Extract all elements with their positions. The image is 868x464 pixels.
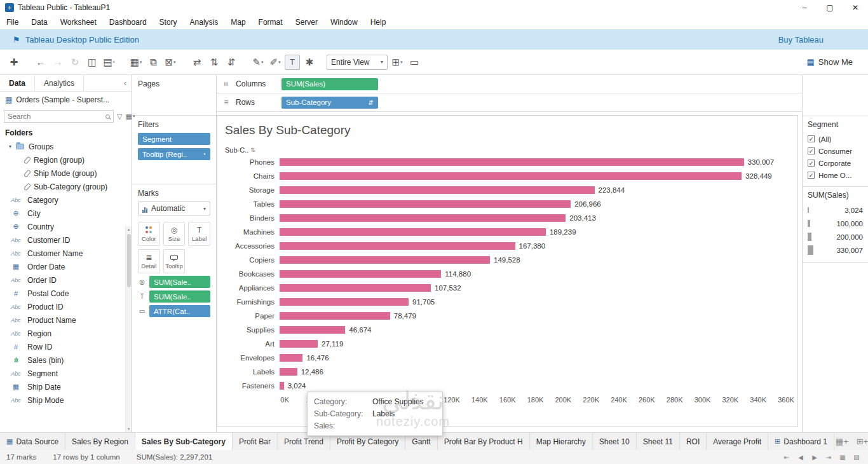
tab-analytics[interactable]: Analytics [35, 75, 84, 91]
prev-sheet-button[interactable]: ◀ [796, 452, 806, 462]
menu-format[interactable]: Format [259, 18, 283, 27]
sheet-tab-dashboard-1[interactable]: ⊞Dashboard 1 [768, 433, 834, 450]
new-worksheet-button[interactable]: ▦▾ [128, 55, 144, 70]
scroll-down-icon[interactable]: ▾ [128, 426, 130, 432]
field-segment[interactable]: AbcSegment [0, 367, 124, 380]
field-ship-date[interactable]: ▦Ship Date [0, 380, 124, 393]
segment-option-corporate[interactable]: ✓Corporate [808, 157, 863, 169]
datasource-item[interactable]: ▦ Orders (Sample - Superst... [0, 92, 132, 108]
folder-groups[interactable]: ▾ Groups [0, 140, 124, 153]
bar[interactable] [280, 228, 546, 236]
bar[interactable] [280, 382, 284, 390]
bar-row-envelopes[interactable]: Envelopes16,476 [225, 351, 786, 365]
sheet-tab-profit-bar-by-product-h[interactable]: Profit Bar By Product H [438, 433, 530, 450]
sheet-tab-sheet-10[interactable]: Sheet 10 [593, 433, 637, 450]
pill-sum-sale[interactable]: SUM(Sale.. [149, 290, 210, 303]
menu-data[interactable]: Data [31, 18, 47, 27]
segment-option-consumer[interactable]: ✓Consumer [808, 145, 863, 157]
new-datasource-button[interactable]: ▤+ [102, 55, 117, 70]
menu-file[interactable]: File [6, 18, 18, 27]
sheet-tab-map-hierarchy[interactable]: Map Hierarchy [530, 433, 593, 450]
marks-card[interactable]: Marks Automatic ▾ Color ◎ Size T [132, 184, 216, 432]
bar[interactable] [280, 186, 595, 194]
size-legend-card[interactable]: SUM(Sales) 3,024100,000200,000330,007 [803, 186, 868, 263]
pill-attr-cat[interactable]: ATTR(Cat.. [149, 305, 210, 317]
menu-story[interactable]: Story [159, 18, 177, 27]
menu-server[interactable]: Server [295, 18, 318, 27]
size-button[interactable]: ◎ Size [163, 222, 186, 246]
bar-row-supplies[interactable]: Supplies46,674 [225, 323, 786, 337]
sheet-tab-sheet-11[interactable]: Sheet 11 [637, 433, 680, 450]
redo-button[interactable]: → [50, 55, 65, 70]
field-product-id[interactable]: AbcProduct ID [0, 300, 124, 313]
field-order-date[interactable]: ▦Order Date [0, 260, 124, 273]
checkbox[interactable]: ✓ [808, 172, 815, 179]
field-category[interactable]: AbcCategory [0, 193, 124, 207]
bar-row-fasteners[interactable]: Fasteners3,024 [225, 379, 786, 393]
sheet-tab-roi[interactable]: ROI [680, 433, 707, 450]
bar[interactable] [280, 284, 431, 292]
group-item-ship-mode-group[interactable]: Ship Mode (group) [0, 167, 124, 180]
maximize-button[interactable]: ▢ [817, 0, 843, 15]
minimize-button[interactable]: – [792, 0, 817, 15]
scrollbar-thumb[interactable] [127, 234, 131, 287]
new-dashboard-button[interactable]: ⊞+ [855, 434, 868, 449]
bar[interactable] [280, 298, 409, 306]
folders-header[interactable]: Folders [0, 125, 132, 140]
field-city[interactable]: ⊕City [0, 207, 124, 220]
rows-shelf[interactable]: ≡ Rows Sub-Category⇵ [217, 93, 802, 112]
presentation-mode-button[interactable]: ▭ [407, 55, 422, 70]
bar[interactable] [280, 326, 345, 334]
field-country[interactable]: ⊕Country [0, 220, 124, 233]
bar-row-binders[interactable]: Binders203,413 [225, 211, 786, 225]
undo-button[interactable]: ← [33, 55, 48, 70]
show-me-button[interactable]: ▦ Show Me [807, 57, 853, 67]
row-field-header[interactable]: Sub-C.. ⇅ [225, 145, 786, 155]
pill-sub-category[interactable]: Sub-Category⇵ [281, 97, 378, 109]
sheet-tab-sales-by-sub-category[interactable]: Sales By Sub-Category [135, 433, 233, 450]
segment-filter-card[interactable]: Segment ✓(All)✓Consumer✓Corporate✓Home O… [803, 116, 868, 187]
menu-worksheet[interactable]: Worksheet [60, 18, 97, 27]
tab-data[interactable]: Data [0, 75, 35, 91]
field-postal-code[interactable]: #Postal Code [0, 287, 124, 300]
sort-descending-button[interactable]: ⇵ [224, 55, 239, 70]
bar-row-chairs[interactable]: Chairs328,449 [225, 169, 786, 183]
show-hide-cards-button[interactable]: ⊞▾ [390, 55, 405, 70]
buy-tableau-link[interactable]: Buy Tableau [778, 35, 824, 44]
field-order-id[interactable]: AbcOrder ID [0, 273, 124, 287]
bar-row-paper[interactable]: Paper78,479 [225, 309, 786, 323]
detail-button[interactable]: ≣ Detail [138, 249, 160, 273]
duplicate-sheet-button[interactable]: ⧉ [146, 55, 161, 70]
view-options-icon[interactable]: ▦▾ [125, 113, 135, 121]
search-box[interactable] [4, 110, 114, 123]
field-ship-mode[interactable]: AbcShip Mode [0, 393, 124, 407]
sheet-tab-average-profit[interactable]: Average Profit [707, 433, 768, 450]
pill-tooltip-regi[interactable]: Tooltip (Regi..◔ [138, 148, 210, 160]
save-button[interactable]: ◫ [85, 55, 100, 70]
bar[interactable] [280, 172, 742, 180]
close-button[interactable]: ✕ [843, 0, 868, 15]
sort-ascending-button[interactable]: ⇅ [207, 55, 222, 70]
bar-row-appliances[interactable]: Appliances107,532 [225, 281, 786, 295]
clear-sheet-button[interactable]: ⊠▾ [163, 55, 178, 70]
tab-data-source[interactable]: ▦Data Source [0, 433, 65, 450]
last-sheet-button[interactable]: ⇥ [824, 452, 834, 462]
fix-axes-button[interactable]: ✱ [302, 55, 317, 70]
bar-row-labels[interactable]: Labels12,486 [225, 365, 786, 379]
color-button[interactable]: Color [138, 222, 160, 246]
checkbox[interactable]: ✓ [808, 147, 815, 154]
show-filmstrip-button[interactable]: ▤ [851, 452, 862, 462]
segment-option-all[interactable]: ✓(All) [808, 133, 863, 145]
menu-analysis[interactable]: Analysis [190, 18, 219, 27]
new-worksheet-button[interactable]: ▦+ [834, 434, 850, 449]
tooltip-button[interactable]: Tooltip [163, 249, 186, 273]
field-sales-bin[interactable]: ılıSales (bin) [0, 353, 124, 367]
data-pane-scrollbar[interactable]: ▴ ▾ [125, 226, 132, 432]
first-sheet-button[interactable]: ⇤ [782, 452, 792, 462]
fit-selector[interactable]: Entire View ▾ [327, 55, 388, 70]
swap-rows-columns-button[interactable]: ⇄ [189, 55, 205, 70]
field-customer-id[interactable]: AbcCustomer ID [0, 233, 124, 247]
menu-help[interactable]: Help [370, 18, 386, 27]
field-customer-name[interactable]: AbcCustomer Name [0, 247, 124, 260]
sheet-tab-sales-by-region[interactable]: Sales By Region [65, 433, 135, 450]
